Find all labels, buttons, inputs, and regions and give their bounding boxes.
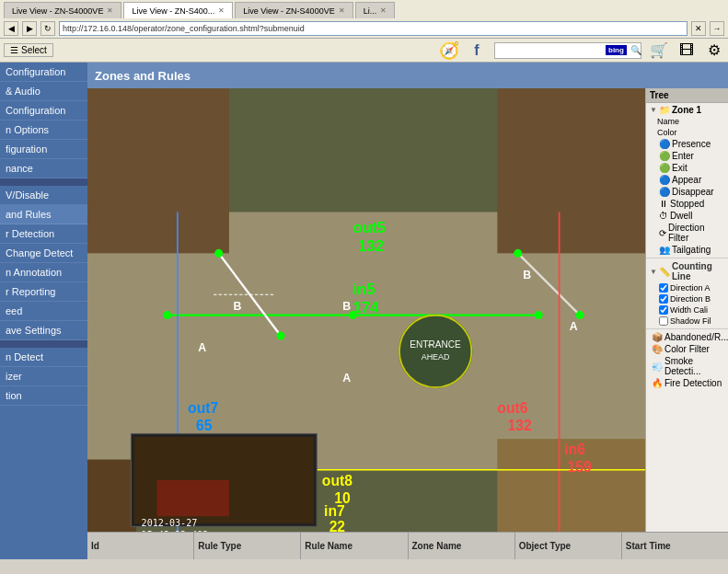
tailgating-label: Tailgating (672, 245, 711, 255)
svg-point-11 (163, 311, 171, 319)
tab-2[interactable]: Live View - ZN-S400... ✕ (123, 2, 233, 18)
enter-icon: 🟢 (659, 151, 670, 161)
tree-header: Tree (646, 88, 728, 103)
svg-text:in5: in5 (352, 281, 375, 298)
sidebar-item-tion[interactable]: tion (0, 386, 87, 406)
page-header: Zones and Rules (87, 63, 728, 88)
search-icon[interactable]: 🔍 (630, 45, 641, 55)
tree-enter[interactable]: 🟢 Enter (646, 150, 728, 162)
width-cali-label: Width Cali (670, 305, 708, 315)
sidebar-item-disable[interactable]: V/Disable (0, 186, 87, 205)
tree-color-filter[interactable]: 🎨 Color Filter (646, 343, 728, 355)
sidebar-item-detect[interactable]: n Detect (0, 348, 87, 367)
counting-line-icon: 📏 (659, 267, 670, 277)
tree-direction-a[interactable]: Direction A (646, 282, 728, 293)
exit-label: Exit (672, 163, 688, 173)
go-button[interactable]: → (710, 21, 724, 36)
sidebar-item-nance[interactable]: nance (0, 159, 87, 178)
svg-text:out5: out5 (352, 219, 385, 236)
stop-button[interactable]: ✕ (691, 21, 706, 36)
sidebar-item-audio[interactable]: & Audio (0, 82, 87, 101)
select-button[interactable]: ☰ Select (4, 43, 53, 57)
tab-close-4[interactable]: ✕ (380, 6, 387, 15)
tree-panel: Tree ▼ 📁 Zone 1 Name Color 🔵 Presence (645, 88, 728, 532)
tree-direction-filter[interactable]: ⟳ Direction Filter (646, 222, 728, 244)
refresh-button[interactable]: ↻ (40, 21, 55, 36)
sidebar-item-configuration2[interactable]: Configuration (0, 101, 87, 121)
navigation-icon[interactable]: 🧭 (439, 40, 459, 61)
sidebar-item-save[interactable]: ave Settings (0, 321, 87, 340)
tree-abandoned[interactable]: 📦 Abandoned/R... (646, 331, 728, 343)
tree-zone1[interactable]: ▼ 📁 Zone 1 (646, 103, 728, 116)
sidebar-item-detection[interactable]: r Detection (0, 224, 87, 244)
disappear-label: Disappear (672, 187, 714, 197)
forward-button[interactable]: ▶ (22, 21, 37, 36)
dwell-label: Dwell (670, 211, 692, 221)
tree-name-item[interactable]: Name (646, 116, 728, 127)
tab-close-1[interactable]: ✕ (107, 6, 113, 15)
sidebar-item-figuration[interactable]: figuration (0, 140, 87, 159)
tab-label-3: Live View - ZN-S4000VE (243, 6, 334, 16)
tab-3[interactable]: Live View - ZN-S4000VE ✕ (235, 2, 352, 18)
search-input[interactable] (499, 46, 602, 55)
camera-view[interactable]: ENTRANCE AHEAD (87, 88, 645, 532)
exit-icon: 🟢 (659, 163, 670, 173)
width-cali-checkbox[interactable] (659, 305, 668, 315)
abandoned-label: Abandoned/R... (664, 332, 728, 342)
tree-appear[interactable]: 🔵 Appear (646, 174, 728, 186)
tree-direction-b[interactable]: Direction B (646, 293, 728, 304)
address-input[interactable] (59, 21, 688, 36)
presence-label: Presence (672, 139, 711, 149)
camera-feed: ENTRANCE AHEAD (87, 88, 645, 532)
svg-rect-2 (87, 88, 229, 253)
bing-button[interactable]: bing (606, 45, 627, 55)
toolbar-row: ☰ Select 🧭 f bing 🔍 🛒 🎞 ⚙ (0, 39, 728, 63)
address-bar-row: ◀ ▶ ↻ ✕ → (0, 18, 728, 39)
tab-label-2: Live View - ZN-S400... (132, 6, 214, 16)
tree-width-cali[interactable]: Width Cali (646, 304, 728, 316)
direction-b-checkbox[interactable] (659, 294, 668, 304)
svg-text:in7: in7 (324, 503, 345, 519)
tree-stopped[interactable]: ⏸ Stopped (646, 198, 728, 210)
col-rule-name-label: Rule Name (305, 541, 352, 551)
facebook-icon[interactable]: f (467, 40, 487, 61)
fire-label: Fire Detection (664, 378, 722, 388)
svg-text:2012-03-27: 2012-03-27 (142, 518, 198, 528)
tab-1[interactable]: Live View - ZN-S4000VE ✕ (4, 2, 121, 18)
sidebar-item-izer[interactable]: izer (0, 367, 87, 386)
tab-close-2[interactable]: ✕ (218, 6, 225, 15)
tree-dwell[interactable]: ⏱ Dwell (646, 210, 728, 222)
back-button[interactable]: ◀ (4, 21, 18, 36)
direction-a-checkbox[interactable] (659, 283, 668, 293)
tree-disappear[interactable]: 🔵 Disappear (646, 186, 728, 198)
tree-fire-det[interactable]: 🔥 Fire Detection (646, 377, 728, 389)
dir-filter-icon: ⟳ (659, 228, 666, 238)
sidebar-item-annotation[interactable]: n Annotation (0, 263, 87, 282)
sidebar-item-configuration[interactable]: Configuration (0, 63, 87, 82)
sidebar: Configuration & Audio Configuration n Op… (0, 63, 87, 559)
dir-filter-label: Direction Filter (668, 223, 724, 243)
camera-tree-row: ENTRANCE AHEAD (87, 88, 728, 532)
tree-smoke-det[interactable]: 💨 Smoke Detecti... (646, 355, 728, 377)
tab-close-3[interactable]: ✕ (339, 6, 345, 15)
sidebar-item-reporting[interactable]: r Reporting (0, 282, 87, 302)
svg-text:15:42:23:493: 15:42:23:493 (142, 530, 209, 532)
tab-4[interactable]: Li... ✕ (355, 2, 396, 18)
sidebar-item-options[interactable]: n Options (0, 121, 87, 140)
abandoned-icon: 📦 (652, 332, 663, 342)
sidebar-item-change-detect[interactable]: Change Detect (0, 244, 87, 263)
svg-rect-4 (497, 88, 645, 253)
settings-icon[interactable]: ⚙ (704, 40, 724, 61)
cart-icon[interactable]: 🛒 (649, 40, 669, 61)
sidebar-item-eed[interactable]: eed (0, 302, 87, 321)
tree-color-item[interactable]: Color (646, 127, 728, 138)
sidebar-item-rules[interactable]: and Rules (0, 205, 87, 224)
film-icon[interactable]: 🎞 (676, 40, 697, 61)
tree-exit[interactable]: 🟢 Exit (646, 162, 728, 174)
tree-presence[interactable]: 🔵 Presence (646, 138, 728, 150)
tree-counting-line[interactable]: ▼ 📏 Counting Line (646, 260, 728, 282)
tree-tailgating[interactable]: 👥 Tailgating (646, 244, 728, 256)
tree-shadow-fil[interactable]: Shadow Fil (646, 316, 728, 327)
svg-point-19 (514, 249, 522, 258)
shadow-fil-checkbox[interactable] (659, 316, 668, 326)
